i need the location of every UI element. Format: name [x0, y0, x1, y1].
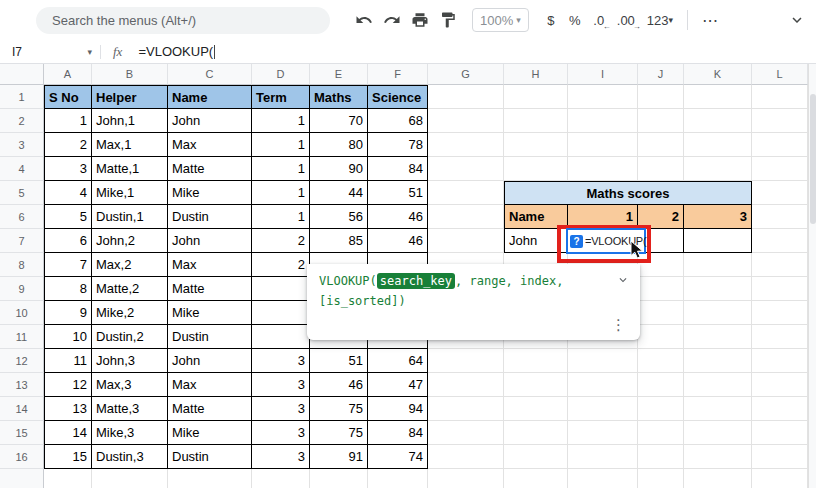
cell-E6[interactable]: 56	[310, 205, 368, 229]
cell-E13[interactable]: 46	[310, 373, 368, 397]
cell-D8[interactable]: 2	[252, 253, 310, 277]
decrease-decimal-button[interactable]: .0 ←	[588, 7, 610, 33]
cell-C17[interactable]	[168, 469, 252, 488]
cell-J8[interactable]	[638, 253, 684, 277]
row-header-10[interactable]: 10	[0, 301, 44, 325]
cell-C2[interactable]: John	[168, 109, 252, 133]
cell-J10[interactable]	[638, 301, 684, 325]
cell-E7[interactable]: 85	[310, 229, 368, 253]
cell-G2[interactable]	[428, 109, 504, 133]
row-header-4[interactable]: 4	[0, 157, 44, 181]
cell-H1[interactable]	[504, 85, 568, 109]
cell-B2[interactable]: John,1	[92, 109, 168, 133]
column-header-D[interactable]: D	[252, 64, 310, 85]
cell-H16[interactable]	[504, 445, 568, 469]
cell-I6[interactable]: 1	[568, 205, 638, 229]
cell-E15[interactable]: 75	[310, 421, 368, 445]
cell-I15[interactable]	[568, 421, 638, 445]
cell-B14[interactable]: Matte,3	[92, 397, 168, 421]
cell-C4[interactable]: Matte	[168, 157, 252, 181]
row-header-16[interactable]: 16	[0, 445, 44, 469]
cell-B1[interactable]: Helper	[92, 85, 168, 109]
cell-B13[interactable]: Max,3	[92, 373, 168, 397]
cell-G15[interactable]	[428, 421, 504, 445]
cell-J13[interactable]	[638, 373, 684, 397]
cell-I2[interactable]	[568, 109, 638, 133]
zoom-select[interactable]: 100% ▾	[472, 8, 529, 32]
cell-L14[interactable]	[752, 397, 808, 421]
cell-G12[interactable]	[428, 349, 504, 373]
cell-L11[interactable]	[752, 325, 808, 349]
cell-K7[interactable]	[684, 229, 752, 253]
cell-G7[interactable]	[428, 229, 504, 253]
cell-D4[interactable]: 1	[252, 157, 310, 181]
increase-decimal-button[interactable]: .00 →	[612, 7, 640, 33]
more-toolbar-button[interactable]: ⋯	[697, 7, 723, 33]
cell-J2[interactable]	[638, 109, 684, 133]
cell-E5[interactable]: 44	[310, 181, 368, 205]
select-all-corner[interactable]	[0, 64, 44, 85]
cell-K14[interactable]	[684, 397, 752, 421]
cell-D6[interactable]: 1	[252, 205, 310, 229]
row-header-14[interactable]: 14	[0, 397, 44, 421]
column-header-H[interactable]: H	[504, 64, 568, 85]
cell-F5[interactable]: 51	[368, 181, 428, 205]
cell-G17[interactable]	[428, 469, 504, 488]
cell-D10[interactable]	[252, 301, 310, 325]
cell-D16[interactable]: 3	[252, 445, 310, 469]
cell-J9[interactable]	[638, 277, 684, 301]
cell-D7[interactable]: 2	[252, 229, 310, 253]
cell-I4[interactable]	[568, 157, 638, 181]
cell-H17[interactable]	[504, 469, 568, 488]
cell-D11[interactable]	[252, 325, 310, 349]
cell-H15[interactable]	[504, 421, 568, 445]
cell-C8[interactable]: Max	[168, 253, 252, 277]
cell-I1[interactable]	[568, 85, 638, 109]
cell-J16[interactable]	[638, 445, 684, 469]
cell-L5[interactable]	[752, 181, 808, 205]
cell-B15[interactable]: Mike,3	[92, 421, 168, 445]
cell-A17[interactable]	[44, 469, 92, 488]
cell-H6[interactable]: Name	[504, 205, 568, 229]
cell-J11[interactable]	[638, 325, 684, 349]
cell-B8[interactable]: Max,2	[92, 253, 168, 277]
row-header-15[interactable]: 15	[0, 421, 44, 445]
column-header-E[interactable]: E	[310, 64, 368, 85]
cell-A15[interactable]: 14	[44, 421, 92, 445]
cell-L9[interactable]	[752, 277, 808, 301]
vertical-scrollbar[interactable]	[808, 64, 816, 488]
cell-L1[interactable]	[752, 85, 808, 109]
cell-A13[interactable]: 12	[44, 373, 92, 397]
format-currency-button[interactable]: $	[540, 7, 562, 33]
cell-K15[interactable]	[684, 421, 752, 445]
cell-L13[interactable]	[752, 373, 808, 397]
row-header-1[interactable]: 1	[0, 85, 44, 109]
cell-L16[interactable]	[752, 445, 808, 469]
cell-F14[interactable]: 94	[368, 397, 428, 421]
cell-A4[interactable]: 3	[44, 157, 92, 181]
cell-A10[interactable]: 9	[44, 301, 92, 325]
cell-L4[interactable]	[752, 157, 808, 181]
cell-C15[interactable]: Mike	[168, 421, 252, 445]
column-header-J[interactable]: J	[638, 64, 684, 85]
cell-B4[interactable]: Matte,1	[92, 157, 168, 181]
cell-D2[interactable]: 1	[252, 109, 310, 133]
scrollbar-thumb[interactable]	[810, 94, 816, 224]
cell-K10[interactable]	[684, 301, 752, 325]
hide-menus-button[interactable]	[784, 7, 810, 33]
cell-K9[interactable]	[684, 277, 752, 301]
collapse-help-icon[interactable]	[616, 273, 630, 287]
cell-K8[interactable]	[684, 253, 752, 277]
column-header-C[interactable]: C	[168, 64, 252, 85]
cell-A6[interactable]: 5	[44, 205, 92, 229]
cell-C6[interactable]: Dustin	[168, 205, 252, 229]
cell-L3[interactable]	[752, 133, 808, 157]
row-header-8[interactable]: 8	[0, 253, 44, 277]
cell-G5[interactable]	[428, 181, 504, 205]
print-button[interactable]	[407, 7, 433, 33]
cell-F2[interactable]: 68	[368, 109, 428, 133]
formula-help-toggle-icon[interactable]: ?	[570, 235, 583, 248]
cell-L2[interactable]	[752, 109, 808, 133]
cell-A12[interactable]: 11	[44, 349, 92, 373]
cell-K17[interactable]	[684, 469, 752, 488]
